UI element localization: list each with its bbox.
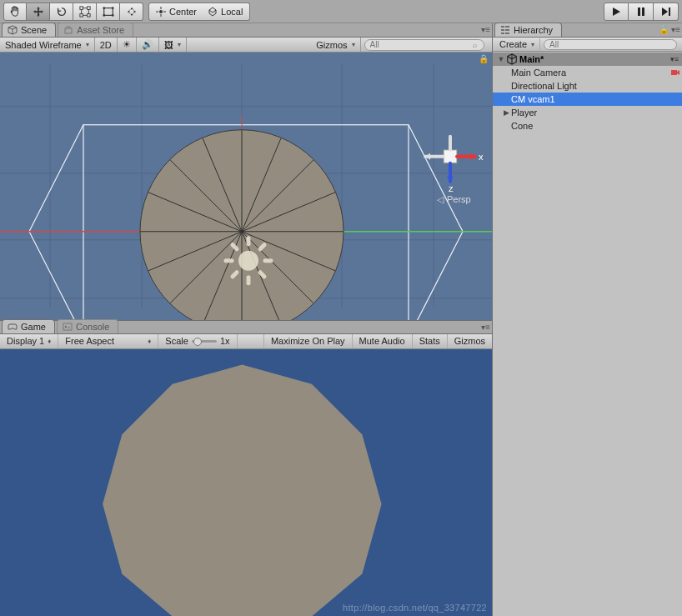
svg-point-8 xyxy=(111,14,113,17)
svg-rect-4 xyxy=(103,8,113,15)
svg-line-49 xyxy=(260,273,264,277)
svg-marker-61 xyxy=(447,177,454,182)
svg-text:z: z xyxy=(449,183,454,193)
step-button[interactable] xyxy=(654,3,679,21)
scene-view[interactable]: 🔒 xyxy=(0,53,492,320)
hierarchy-item-player[interactable]: ▶ Player xyxy=(493,106,682,119)
scene-header-row[interactable]: ▼ Main* ▾≡ xyxy=(493,53,682,66)
scene-menu-icon[interactable]: ▾≡ xyxy=(670,55,679,63)
aspect-dropdown[interactable]: Free Aspect♦ xyxy=(58,334,158,348)
create-dropdown[interactable]: Create xyxy=(494,38,540,50)
scene-tab-bar: Scene Asset Store ▾≡ xyxy=(0,23,492,38)
tab-scene[interactable]: Scene xyxy=(2,23,56,37)
scene-tab-menu[interactable]: ▾≡ xyxy=(481,25,490,34)
svg-rect-0 xyxy=(79,6,83,9)
console-tab-label: Console xyxy=(76,322,109,332)
tab-console[interactable]: Console xyxy=(57,319,118,333)
game-view[interactable]: http://blog.csdn.net/qq_33747722 xyxy=(0,349,492,617)
center-icon xyxy=(156,7,166,17)
sun-icon: ☀ xyxy=(123,39,131,50)
scene-name-label: Main* xyxy=(519,54,682,64)
svg-text:◁: ◁ xyxy=(437,194,444,204)
scale-tool-button[interactable] xyxy=(73,3,97,21)
game-toolbar: Display 1♦ Free Aspect♦ Scale 1x Maximiz… xyxy=(0,334,492,349)
rotate-tool-button[interactable] xyxy=(50,3,73,21)
hierarchy-icon xyxy=(500,25,510,35)
pivot-local-button[interactable]: Local xyxy=(201,3,250,21)
display-dropdown[interactable]: Display 1♦ xyxy=(0,334,58,348)
transform-tool-group xyxy=(3,3,143,21)
hierarchy-tab-label: Hierarchy xyxy=(514,25,553,35)
stats-toggle[interactable]: Stats xyxy=(412,334,447,348)
svg-rect-2 xyxy=(79,13,83,17)
speaker-icon: 🔊 xyxy=(142,39,153,50)
play-controls xyxy=(604,3,679,21)
play-button[interactable] xyxy=(604,3,629,21)
svg-rect-3 xyxy=(87,13,90,17)
shading-mode-dropdown[interactable]: Shaded Wireframe xyxy=(0,38,95,52)
gizmos-dropdown[interactable]: Gizmos xyxy=(311,38,360,52)
scene-foldout[interactable]: ▼ xyxy=(496,55,506,63)
game-tab-bar: Game Console ▾≡ xyxy=(0,320,492,334)
scale-slider[interactable]: Scale 1x xyxy=(158,334,237,348)
asset-store-icon xyxy=(63,25,73,35)
game-tab-label: Game xyxy=(21,322,46,332)
game-tab-menu[interactable]: ▾≡ xyxy=(481,323,490,332)
hierarchy-panel: Hierarchy 🔒 ▾≡ Create ▼ Main* ▾≡ Main Ca… xyxy=(492,23,682,616)
svg-rect-11 xyxy=(638,8,640,16)
svg-rect-12 xyxy=(642,8,644,16)
tab-game[interactable]: Game xyxy=(2,319,55,333)
2d-toggle[interactable]: 2D xyxy=(95,38,118,52)
svg-line-51 xyxy=(233,273,237,277)
search-icon: ⌕ xyxy=(473,41,477,49)
audio-toggle[interactable]: 🔊 xyxy=(137,38,159,52)
svg-line-47 xyxy=(260,245,264,249)
scale-slider-track[interactable] xyxy=(192,340,217,343)
local-icon xyxy=(208,7,218,17)
game-gizmos-dropdown[interactable]: Gizmos xyxy=(447,334,492,348)
hierarchy-tab-menu[interactable]: 🔒 ▾≡ xyxy=(659,25,680,34)
player-foldout[interactable]: ▶ xyxy=(501,108,511,117)
maximize-toggle[interactable]: Maximize On Play xyxy=(263,334,352,348)
asset-store-tab-label: Asset Store xyxy=(77,25,124,35)
svg-point-45 xyxy=(238,251,258,271)
scene-icon xyxy=(8,25,18,35)
hierarchy-toolbar: Create xyxy=(493,38,682,52)
scene-toolbar: Shaded Wireframe 2D ☀ 🔊 🖼 Gizmos ⌕ xyxy=(0,38,492,53)
rect-tool-button[interactable] xyxy=(97,3,120,21)
hierarchy-item-main-camera[interactable]: Main Camera xyxy=(493,66,682,79)
svg-point-7 xyxy=(103,14,105,17)
svg-point-5 xyxy=(103,7,105,9)
pause-button[interactable] xyxy=(629,3,654,21)
transform-tool-button[interactable] xyxy=(120,3,143,21)
main-toolbar: Center Local xyxy=(0,0,682,23)
svg-point-10 xyxy=(159,10,163,13)
hierarchy-item-cm-vcam1[interactable]: CM vcam1 xyxy=(493,93,682,106)
unity-logo-icon xyxy=(506,53,518,65)
hand-tool-button[interactable] xyxy=(3,3,27,21)
lighting-toggle[interactable]: ☀ xyxy=(118,38,137,52)
move-tool-button[interactable] xyxy=(27,3,50,21)
svg-line-53 xyxy=(233,245,237,249)
mute-toggle[interactable]: Mute Audio xyxy=(352,334,412,348)
tab-asset-store[interactable]: Asset Store xyxy=(58,23,133,37)
hierarchy-tree: ▼ Main* ▾≡ Main Camera Directional Light… xyxy=(493,52,682,616)
svg-marker-59 xyxy=(470,153,475,160)
scene-search-input[interactable] xyxy=(364,39,484,51)
pivot-group: Center Local xyxy=(148,3,250,21)
scene-search: ⌕ xyxy=(361,39,492,51)
cinemachine-icon xyxy=(670,68,680,78)
hierarchy-item-directional-light[interactable]: Directional Light xyxy=(493,79,682,93)
scene-lock-icon[interactable]: 🔒 xyxy=(479,54,489,63)
svg-text:x: x xyxy=(479,152,484,162)
hierarchy-item-cone[interactable]: Cone xyxy=(493,119,682,133)
pivot-center-button[interactable]: Center xyxy=(148,3,204,21)
svg-point-9 xyxy=(128,8,133,13)
hierarchy-search-input[interactable] xyxy=(544,39,677,50)
center-label: Center xyxy=(169,7,197,17)
svg-rect-14 xyxy=(65,28,72,33)
left-panel: Scene Asset Store ▾≡ Shaded Wireframe 2D… xyxy=(0,23,492,616)
svg-marker-67 xyxy=(103,364,381,616)
tab-hierarchy[interactable]: Hierarchy xyxy=(494,23,562,37)
fx-dropdown[interactable]: 🖼 xyxy=(159,38,187,52)
